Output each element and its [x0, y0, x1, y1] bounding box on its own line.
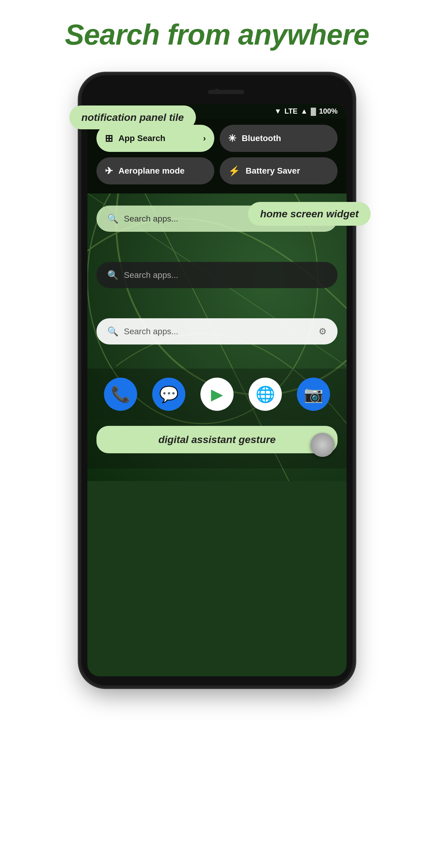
tile-app-search-label: App Search — [119, 133, 165, 143]
annotation-home-widget: home screen widget — [248, 202, 371, 226]
app-messages[interactable]: 💬 — [152, 378, 185, 411]
phone-mockup: notification panel tile home screen widg… — [82, 75, 352, 685]
search-placeholder-white: Search apps... — [124, 327, 313, 336]
tile-aeroplane-label: Aeroplane mode — [119, 166, 184, 176]
chrome-app-icon: 🌐 — [255, 385, 275, 404]
app-camera[interactable]: 📷 — [297, 378, 330, 411]
wallpaper-area: 🔍 Search apps... 🔍 Search apps... 🔍 — [87, 193, 347, 481]
search-icon-light: 🔍 — [107, 213, 119, 224]
messages-app-icon: 💬 — [159, 385, 179, 404]
bottom-area: digital assistant gesture — [87, 420, 347, 468]
spacer-2 — [96, 300, 338, 318]
battery-saver-icon: ⚡ — [228, 165, 240, 177]
quick-settings-panel: ⊞ App Search › ✳ Bluetooth ✈ Aeroplane m… — [87, 119, 347, 193]
play-app-icon: ▶ — [211, 385, 223, 403]
page-header: Search from anywhere — [65, 18, 369, 75]
app-chrome[interactable]: 🌐 — [249, 378, 282, 411]
search-icon-white: 🔍 — [107, 326, 119, 337]
tile-bluetooth-label: Bluetooth — [242, 133, 281, 143]
camera-app-icon: 📷 — [304, 385, 323, 404]
tile-battery-saver[interactable]: ⚡ Battery Saver — [220, 157, 338, 184]
app-phone[interactable]: 📞 — [104, 378, 137, 411]
app-play-store[interactable]: ▶ — [200, 378, 234, 411]
lte-label: LTE — [284, 107, 298, 116]
search-placeholder-dark: Search apps... — [124, 270, 327, 280]
tile-aeroplane-mode[interactable]: ✈ Aeroplane mode — [96, 157, 214, 184]
tiles-grid: ⊞ App Search › ✳ Bluetooth ✈ Aeroplane m… — [96, 125, 338, 184]
search-icon-dark: 🔍 — [107, 270, 119, 280]
fab-button[interactable] — [310, 433, 335, 457]
spacer-3 — [96, 356, 338, 369]
page-title: Search from anywhere — [65, 18, 369, 51]
search-widget-white[interactable]: 🔍 Search apps... ⚙ — [96, 318, 338, 344]
battery-icon: ▓ — [311, 107, 316, 116]
bluetooth-icon: ✳ — [228, 133, 236, 144]
phone-frame: ▼ LTE ▲ ▓ 100% ⊞ App Search › — [82, 75, 352, 685]
tile-bluetooth[interactable]: ✳ Bluetooth — [220, 125, 338, 152]
phone-top — [87, 84, 347, 102]
tile-arrow-icon: › — [203, 133, 206, 143]
phone-app-icon: 📞 — [111, 385, 130, 404]
dock-apps-row: 📞 💬 ▶ 🌐 📷 — [96, 378, 338, 411]
speaker-bar — [208, 90, 244, 94]
annotation-notification-panel: notification panel tile — [69, 105, 196, 129]
search-tile-icon: ⊞ — [105, 133, 113, 144]
tile-battery-label: Battery Saver — [246, 166, 300, 176]
plane-icon: ✈ — [105, 165, 113, 177]
gear-icon[interactable]: ⚙ — [318, 326, 327, 337]
battery-level: 100% — [319, 107, 338, 116]
spacer-1 — [96, 244, 338, 262]
phone-screen: ▼ LTE ▲ ▓ 100% ⊞ App Search › — [87, 104, 347, 676]
wifi-icon: ▼ — [274, 107, 281, 116]
signal-icon: ▲ — [301, 107, 308, 116]
digital-assistant-label: digital assistant gesture — [96, 426, 338, 453]
search-widget-dark[interactable]: 🔍 Search apps... — [96, 262, 338, 288]
app-dock: 📞 💬 ▶ 🌐 📷 — [87, 369, 347, 420]
status-icons: ▼ LTE ▲ ▓ 100% — [274, 107, 338, 116]
